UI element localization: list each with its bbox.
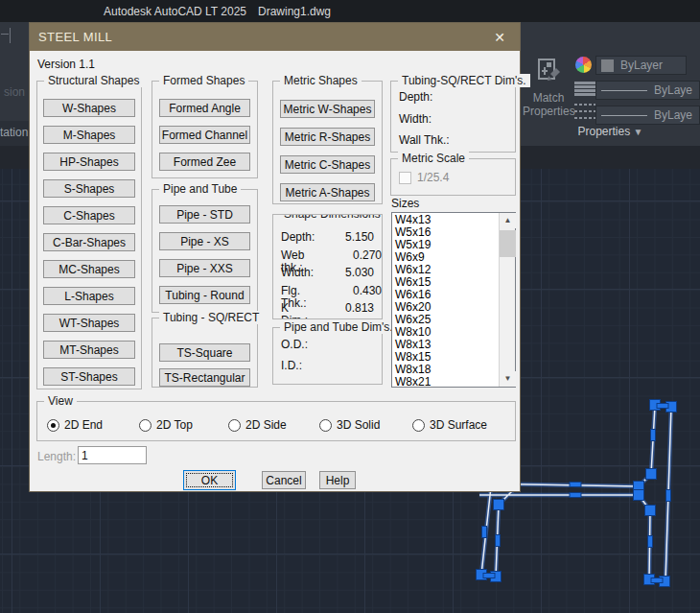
linetype-dropdown-value: ByLaye	[654, 108, 692, 122]
dimension-row: Depth:5.150	[281, 231, 374, 244]
view-radio-2d-end[interactable]: 2D End	[47, 418, 103, 432]
shape-button-formed-angle[interactable]: Formed Angle	[159, 99, 250, 117]
shape-button-wt-shapes[interactable]: WT-Shapes	[43, 314, 135, 332]
radio-label: 2D Side	[245, 418, 287, 432]
ok-button[interactable]: OK	[183, 470, 236, 490]
dimension-label: Depth:	[281, 231, 315, 244]
dimension-label: Width:	[281, 267, 314, 279]
chevron-down-icon: ▼	[634, 127, 643, 137]
ribbon-properties-panel: Match Properties ByLayer ByLaye ByLaye P…	[521, 22, 700, 146]
shape-button-formed-channel[interactable]: Formed Channel	[159, 126, 250, 144]
shape-button-formed-zee[interactable]: Formed Zee	[159, 153, 250, 171]
dimension-row: Width:	[399, 113, 507, 126]
match-properties-label-2: Properties	[523, 105, 575, 118]
shape-button-pipe-xxs[interactable]: Pipe - XXS	[159, 259, 250, 277]
dimension-label: Flg. Thk.:	[281, 285, 328, 297]
view-radio-3d-solid[interactable]: 3D Solid	[319, 418, 380, 432]
shape-button-w-shapes[interactable]: W-Shapes	[43, 99, 135, 117]
dimension-row: I.D.:	[281, 360, 374, 372]
dimension-value	[452, 134, 507, 147]
shape-button-st-shapes[interactable]: ST-Shapes	[43, 367, 135, 386]
properties-panel-title[interactable]: Properties ▼	[521, 125, 700, 146]
match-properties-label-1: Match	[533, 91, 565, 105]
dimension-row: Depth:	[399, 91, 507, 104]
dialog-title: STEEL MILL	[38, 30, 112, 44]
lineweight-icon[interactable]	[574, 82, 595, 96]
radio-label: 3D Surface	[430, 418, 487, 432]
dialog-titlebar[interactable]: STEEL MILL ✕	[30, 23, 520, 51]
radio-icon[interactable]	[228, 419, 241, 432]
scrollbar-thumb[interactable]	[500, 230, 516, 257]
shape-button-l-shapes[interactable]: L-Shapes	[43, 287, 135, 305]
view-radio-2d-side[interactable]: 2D Side	[228, 418, 287, 432]
view-radio-2d-top[interactable]: 2D Top	[139, 418, 193, 432]
dimension-row: O.D.:	[281, 339, 374, 351]
shape-button-pipe-std[interactable]: Pipe - STD	[159, 205, 250, 224]
close-icon[interactable]: ✕	[487, 23, 512, 51]
scroll-up-icon[interactable]: ▲	[500, 213, 516, 228]
radio-icon[interactable]	[139, 419, 152, 432]
group-label: Metric Scale	[398, 152, 469, 165]
shape-button-hp-shapes[interactable]: HP-Shapes	[43, 153, 135, 171]
shape-button-ts-square[interactable]: TS-Square	[159, 343, 250, 362]
shape-button-metric-a-shapes[interactable]: Metric A-Shapes	[280, 183, 375, 201]
steel-mill-dialog: STEEL MILL ✕ Version 1.1 Structural Shap…	[29, 22, 521, 492]
radio-icon[interactable]	[47, 419, 59, 432]
metric-scale-checkbox[interactable]	[399, 172, 411, 184]
shape-button-m-shapes[interactable]: M-Shapes	[43, 126, 135, 144]
shape-button-metric-c-shapes[interactable]: Metric C-Shapes	[280, 155, 375, 174]
dimension-value: 0.813	[318, 302, 374, 315]
group-formed-shapes: Formed Shapes Formed AngleFormed Channel…	[152, 81, 258, 178]
shape-button-ts-rectangular[interactable]: TS-Rectangular	[159, 368, 250, 387]
radio-label: 2D Top	[156, 418, 193, 432]
lineweight-dropdown[interactable]: ByLaye	[595, 81, 700, 100]
cancel-button[interactable]: Cancel	[262, 471, 306, 489]
sizes-scrollbar[interactable]: ▲ ▼	[499, 213, 515, 387]
group-label: View	[44, 394, 77, 408]
group-view: View 2D End2D Top2D Side3D Solid3D Surfa…	[36, 401, 516, 441]
help-button[interactable]: Help	[319, 471, 356, 489]
dimension-value: 5.030	[318, 267, 374, 279]
group-metric-scale: Metric Scale 1/25.4	[390, 158, 516, 196]
ribbon-fragment-text-bottom: tation	[0, 126, 28, 139]
shape-button-mt-shapes[interactable]: MT-Shapes	[43, 341, 135, 359]
linetype-sample-icon	[601, 115, 647, 116]
shape-button-c-shapes[interactable]: C-Shapes	[43, 206, 135, 224]
shape-button-pipe-xs[interactable]: Pipe - XS	[159, 232, 250, 250]
radio-label: 3D Solid	[337, 418, 380, 432]
metric-scale-checkbox-label: 1/25.4	[417, 171, 449, 184]
radio-icon[interactable]	[412, 419, 425, 432]
radio-icon[interactable]	[319, 419, 332, 432]
dimension-value	[318, 360, 374, 372]
view-radio-3d-surface[interactable]: 3D Surface	[412, 418, 487, 432]
autocad-window: Autodesk AutoCAD LT 2025 Drawing1.dwg si…	[0, 0, 700, 613]
shape-button-c-bar-shapes[interactable]: C-Bar-Shapes	[43, 233, 135, 251]
shape-button-mc-shapes[interactable]: MC-Shapes	[43, 260, 135, 278]
scroll-down-icon[interactable]: ▼	[500, 371, 516, 387]
dimension-label: Wall Thk.:	[399, 134, 450, 147]
length-input[interactable]	[78, 446, 147, 464]
linetype-icon[interactable]	[574, 104, 595, 119]
dialog-body: Version 1.1 Structural Shapes W-ShapesM-…	[30, 51, 520, 491]
match-properties-button[interactable]: Match Properties	[523, 47, 574, 130]
sizes-listbox[interactable]: W4x13W5x16W5x19W6x9W6x12W6x15W6x16W6x20W…	[391, 212, 516, 388]
dimension-value: 5.150	[318, 231, 374, 244]
dimension-value	[318, 339, 374, 351]
shape-button-metric-w-shapes[interactable]: Metric W-Shapes	[280, 100, 375, 118]
color-dropdown-value: ByLayer	[620, 59, 663, 72]
shape-button-metric-r-shapes[interactable]: Metric R-Shapes	[280, 128, 375, 146]
lineweight-sample-icon	[601, 90, 647, 91]
shape-button-tubing-round[interactable]: Tubing - Round	[159, 286, 250, 304]
shape-button-s-shapes[interactable]: S-Shapes	[43, 179, 135, 198]
size-list-item[interactable]: W8x21	[392, 376, 499, 388]
color-wheel-icon[interactable]	[575, 57, 592, 73]
dimension-value	[452, 113, 507, 126]
group-metric-shapes: Metric Shapes Metric W-ShapesMetric R-Sh…	[272, 81, 383, 204]
sizes-label: Sizes	[391, 197, 419, 210]
color-dropdown[interactable]: ByLayer	[595, 56, 687, 75]
dimension-value: 0.430	[328, 285, 383, 297]
lineweight-dropdown-value: ByLaye	[654, 83, 692, 97]
linetype-dropdown[interactable]: ByLaye	[595, 106, 700, 125]
app-title-group: Autodesk AutoCAD LT 2025 Drawing1.dwg	[104, 0, 331, 22]
ribbon-fragment-text-top: sion	[4, 85, 25, 99]
